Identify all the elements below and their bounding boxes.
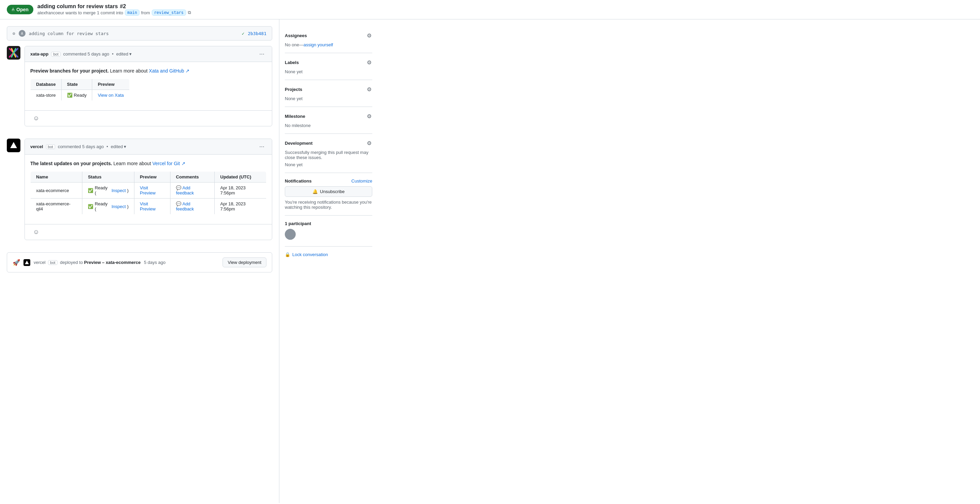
vercel-row1-inspect-link[interactable]: Inspect [111, 188, 126, 193]
merge-commit-icon: ⊙ [13, 31, 15, 36]
vercel-comment-dot: • [107, 144, 108, 149]
open-status-badge: ⑃ Open [7, 5, 33, 14]
vercel-row1-check-icon: ✅ [88, 188, 93, 193]
pr-subtitle-text: alexfrancoeur wants to merge 1 commit in… [37, 10, 123, 15]
deployment-info: vercel bot deployed to Preview – xata-ec… [34, 260, 219, 265]
vercel-bot-tag: bot [46, 144, 55, 149]
vercel-table-row-2: xata-ecommerce-qil4 ✅ Ready (Inspect) [30, 199, 266, 215]
pr-title: adding column for review stars [37, 3, 118, 10]
assignees-none-text: No one— [285, 42, 304, 47]
unsubscribe-label: Unsubscribe [320, 189, 344, 194]
assignees-gear-button[interactable]: ⚙ [366, 32, 372, 40]
assign-yourself-link[interactable]: assign yourself [304, 42, 333, 47]
commit-hash[interactable]: 2b3b481 [248, 31, 266, 36]
sidebar-milestone-section: Milestone ⚙ No milestone [285, 107, 372, 134]
commit-message: adding column for review stars [29, 31, 109, 36]
xata-comment-body: Preview branches for your project. Learn… [25, 62, 272, 110]
top-bar: ⑃ Open adding column for review stars #2… [0, 0, 980, 19]
xata-username[interactable]: xata-app [30, 51, 48, 57]
vercel-learn-link[interactable]: Vercel for Git ↗ [153, 161, 185, 166]
lock-label: Lock conversation [292, 252, 328, 257]
git-merge-icon: ⑃ [11, 7, 14, 12]
milestone-gear-button[interactable]: ⚙ [366, 112, 372, 120]
sidebar-development-header: Development ⚙ [285, 139, 372, 147]
vercel-header-status: Status [82, 172, 134, 183]
xata-comment-header-left: xata-app bot commented 5 days ago • edit… [30, 51, 132, 57]
xata-table-header-preview: Preview [92, 79, 129, 90]
sidebar-notifications-section: Notifications Customize 🔔 Unsubscribe Yo… [285, 173, 372, 215]
participants-list [285, 229, 372, 241]
xata-emoji-react-button[interactable]: ☺ [30, 113, 42, 123]
content-area: ⊙ A adding column for review stars ✓ 2b3… [0, 19, 279, 503]
xata-learn-link[interactable]: Xata and GitHub ↗ [149, 68, 189, 73]
vercel-row2-feedback-link[interactable]: 💬 Add feedback [176, 201, 194, 212]
xata-comment-card: xata-app bot commented 5 days ago • edit… [24, 46, 272, 126]
vercel-row2-inspect-link[interactable]: Inspect [111, 204, 126, 209]
deployment-time: 5 days ago [144, 260, 166, 265]
xata-body-strong: Preview branches for your project. [30, 68, 108, 73]
vercel-row1-visit-link[interactable]: Visit Preview [140, 185, 156, 195]
pr-number: #2 [120, 3, 126, 10]
lock-conversation-section[interactable]: 🔒 Lock conversation [285, 247, 372, 257]
xata-avatar [7, 46, 21, 60]
customize-link[interactable]: Customize [352, 179, 372, 183]
development-value: None yet [285, 162, 372, 167]
sidebar-assignees-section: Assignees ⚙ No one—assign yourself [285, 26, 372, 53]
milestone-title: Milestone [285, 114, 305, 119]
xata-bot-tag: bot [51, 52, 60, 57]
vercel-row2-visit-link[interactable]: Visit Preview [140, 201, 156, 212]
xata-edited-link[interactable]: edited ▾ [116, 51, 131, 57]
vercel-edited-link[interactable]: edited ▾ [111, 144, 126, 149]
projects-value: None yet [285, 96, 372, 101]
lock-icon: 🔒 [285, 252, 290, 257]
xata-table-state: ✅ Ready [61, 90, 92, 101]
open-label: Open [16, 7, 29, 12]
xata-comment-header: xata-app bot commented 5 days ago • edit… [25, 46, 272, 62]
xata-comment-more-button[interactable]: ··· [257, 50, 266, 58]
vercel-row2-name: xata-ecommerce-qil4 [30, 199, 82, 215]
sidebar-labels-section: Labels ⚙ None yet [285, 53, 372, 80]
xata-table-header-database: Database [30, 79, 62, 90]
development-gear-button[interactable]: ⚙ [366, 139, 372, 147]
deployment-row: 🚀 vercel bot deployed to Preview – xata-… [7, 252, 272, 273]
branch-main-tag[interactable]: main [125, 10, 140, 16]
projects-gear-button[interactable]: ⚙ [366, 86, 372, 93]
rocket-icon: 🚀 [13, 259, 20, 266]
vercel-row2-comments: 💬 Add feedback [170, 199, 215, 215]
vercel-row1-ready-badge: ✅ Ready (Inspect) [88, 185, 128, 195]
xata-preview-table: Database State Preview xata-store [30, 79, 130, 101]
vercel-row1-feedback-link[interactable]: 💬 Add feedback [176, 185, 194, 195]
vercel-preview-table: Name Status Preview Comments Updated (UT… [30, 171, 266, 215]
svg-point-2 [288, 231, 292, 235]
development-title: Development [285, 140, 313, 146]
deployment-agent-avatar [24, 259, 30, 266]
main-layout: ⊙ A adding column for review stars ✓ 2b3… [0, 19, 980, 503]
xata-ready-badge: ✅ Ready [67, 93, 87, 98]
projects-title: Projects [285, 87, 302, 92]
xata-comment-time: commented 5 days ago [63, 51, 109, 57]
chevron-down-icon-2: ▾ [124, 144, 126, 149]
labels-gear-button[interactable]: ⚙ [366, 59, 372, 66]
assignees-value: No one—assign yourself [285, 42, 372, 47]
sidebar-participants-header: 1 participant [285, 221, 372, 226]
vercel-emoji-react-button[interactable]: ☺ [30, 227, 42, 237]
xata-table-header-state: State [61, 79, 92, 90]
view-deployment-button[interactable]: View deployment [223, 257, 266, 267]
pr-subtitle: alexfrancoeur wants to merge 1 commit in… [37, 10, 973, 16]
copy-branch-icon[interactable]: ⧉ [188, 10, 191, 15]
vercel-row1-ready-label: Ready ( [95, 185, 110, 195]
xata-table-preview: View on Xata [92, 90, 129, 101]
unsubscribe-button[interactable]: 🔔 Unsubscribe [285, 186, 372, 197]
xata-view-link[interactable]: View on Xata [98, 93, 124, 98]
commit-check-icon: ✓ [242, 31, 244, 36]
xata-learn-more: Learn more about [110, 68, 148, 73]
vercel-avatar [7, 139, 21, 152]
commit-row: ⊙ A adding column for review stars ✓ 2b3… [7, 26, 272, 40]
branch-source-tag[interactable]: review_stars [152, 10, 186, 16]
xata-check-icon: ✅ [67, 93, 73, 98]
vercel-row2-updated: Apr 18, 2023 7:56pm [215, 199, 266, 215]
sidebar-milestone-header: Milestone ⚙ [285, 112, 372, 120]
vercel-username[interactable]: vercel [30, 144, 43, 149]
participant-avatar[interactable] [285, 229, 296, 240]
vercel-comment-more-button[interactable]: ··· [257, 142, 266, 151]
